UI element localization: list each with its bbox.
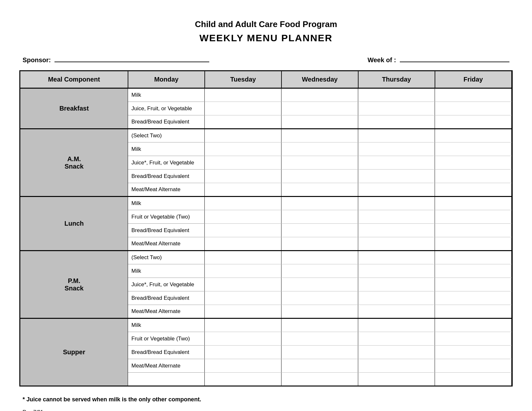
day-cell[interactable] [358, 156, 435, 170]
day-cell[interactable] [512, 170, 512, 183]
day-cell[interactable] [435, 170, 512, 183]
day-cell[interactable] [435, 278, 512, 291]
day-cell[interactable] [281, 129, 358, 142]
day-cell[interactable] [512, 278, 512, 291]
day-cell[interactable] [435, 346, 512, 359]
day-cell[interactable] [435, 291, 512, 305]
day-cell[interactable] [281, 264, 358, 278]
day-cell[interactable] [512, 237, 512, 251]
day-cell[interactable] [512, 197, 512, 210]
day-cell[interactable] [281, 359, 358, 373]
day-cell[interactable] [358, 318, 435, 332]
day-cell[interactable] [205, 88, 281, 102]
day-cell[interactable] [205, 210, 281, 224]
day-cell[interactable] [281, 346, 358, 359]
day-cell[interactable] [435, 251, 512, 264]
day-cell[interactable] [512, 291, 512, 305]
day-cell[interactable] [205, 305, 281, 318]
day-cell[interactable] [205, 129, 281, 142]
day-cell[interactable] [358, 291, 435, 305]
day-cell[interactable] [512, 318, 512, 332]
day-cell[interactable] [281, 318, 358, 332]
day-cell[interactable] [205, 237, 281, 251]
day-cell[interactable] [281, 291, 358, 305]
day-cell[interactable] [435, 359, 512, 373]
day-cell[interactable] [281, 197, 358, 210]
day-cell[interactable] [435, 305, 512, 318]
day-cell[interactable] [205, 183, 281, 197]
day-cell[interactable] [358, 142, 435, 156]
day-cell[interactable] [358, 237, 435, 251]
day-cell[interactable] [205, 373, 281, 386]
day-cell[interactable] [512, 156, 512, 170]
day-cell[interactable] [205, 332, 281, 346]
day-cell[interactable] [512, 88, 512, 102]
day-cell[interactable] [512, 264, 512, 278]
day-cell[interactable] [435, 224, 512, 237]
day-cell[interactable] [358, 359, 435, 373]
day-cell[interactable] [281, 88, 358, 102]
day-cell[interactable] [512, 129, 512, 142]
day-cell[interactable] [358, 197, 435, 210]
day-cell[interactable] [205, 142, 281, 156]
day-cell[interactable] [512, 373, 512, 386]
day-cell[interactable] [205, 359, 281, 373]
day-cell[interactable] [512, 346, 512, 359]
day-cell[interactable] [358, 278, 435, 291]
day-cell[interactable] [205, 102, 281, 115]
day-cell[interactable] [512, 142, 512, 156]
day-cell[interactable] [205, 278, 281, 291]
day-cell[interactable] [358, 129, 435, 142]
day-cell[interactable] [205, 346, 281, 359]
day-cell[interactable] [358, 115, 435, 129]
day-cell[interactable] [205, 291, 281, 305]
day-cell[interactable] [512, 183, 512, 197]
day-cell[interactable] [435, 156, 512, 170]
day-cell[interactable] [281, 183, 358, 197]
day-cell[interactable] [435, 129, 512, 142]
day-cell[interactable] [358, 224, 435, 237]
day-cell[interactable] [358, 305, 435, 318]
day-cell[interactable] [281, 278, 358, 291]
day-cell[interactable] [205, 156, 281, 170]
day-cell[interactable] [435, 318, 512, 332]
day-cell[interactable] [358, 346, 435, 359]
day-cell[interactable] [205, 264, 281, 278]
day-cell[interactable] [435, 332, 512, 346]
day-cell[interactable] [512, 224, 512, 237]
day-cell[interactable] [358, 373, 435, 386]
day-cell[interactable] [358, 170, 435, 183]
day-cell[interactable] [205, 197, 281, 210]
day-cell[interactable] [512, 359, 512, 373]
day-cell[interactable] [358, 183, 435, 197]
day-cell[interactable] [205, 170, 281, 183]
day-cell[interactable] [205, 318, 281, 332]
day-cell[interactable] [435, 197, 512, 210]
day-cell[interactable] [281, 170, 358, 183]
day-cell[interactable] [358, 264, 435, 278]
day-cell[interactable] [512, 251, 512, 264]
day-cell[interactable] [358, 332, 435, 346]
day-cell[interactable] [512, 102, 512, 115]
day-cell[interactable] [281, 373, 358, 386]
day-cell[interactable] [281, 115, 358, 129]
day-cell[interactable] [281, 251, 358, 264]
day-cell[interactable] [435, 142, 512, 156]
day-cell[interactable] [435, 373, 512, 386]
day-cell[interactable] [281, 224, 358, 237]
day-cell[interactable] [435, 183, 512, 197]
day-cell[interactable] [435, 237, 512, 251]
day-cell[interactable] [435, 210, 512, 224]
day-cell[interactable] [358, 102, 435, 115]
day-cell[interactable] [435, 88, 512, 102]
day-cell[interactable] [435, 264, 512, 278]
day-cell[interactable] [205, 224, 281, 237]
day-cell[interactable] [281, 305, 358, 318]
day-cell[interactable] [205, 251, 281, 264]
day-cell[interactable] [281, 237, 358, 251]
day-cell[interactable] [358, 251, 435, 264]
day-cell[interactable] [281, 102, 358, 115]
day-cell[interactable] [358, 88, 435, 102]
day-cell[interactable] [435, 102, 512, 115]
day-cell[interactable] [281, 156, 358, 170]
